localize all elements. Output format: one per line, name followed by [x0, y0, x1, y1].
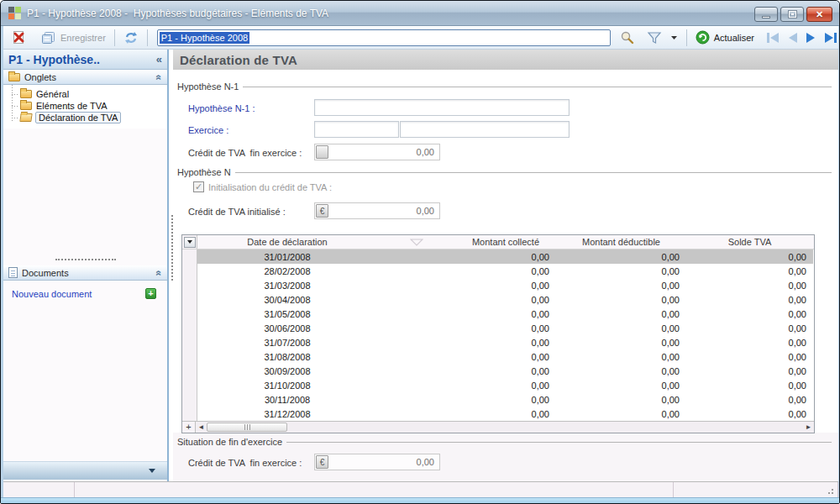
sidebar-item-elements-de-tva[interactable]: Eléments de TVA: [3, 100, 167, 112]
add-document-button[interactable]: +: [145, 288, 156, 299]
filter-dropdown-button[interactable]: [666, 33, 682, 43]
table-row[interactable]: 30/06/20080,000,000,00: [182, 321, 814, 335]
table-row[interactable]: 30/09/20080,000,000,00: [182, 364, 814, 378]
exercice-start-input[interactable]: [314, 121, 399, 138]
table-row[interactable]: 31/05/20080,000,000,00: [182, 307, 814, 321]
cell-amount: 0,00: [556, 335, 686, 349]
cell-amount: 0,00: [686, 392, 813, 407]
save-icon: [41, 31, 56, 45]
euro-button[interactable]: €: [316, 204, 328, 218]
cell-gutter: [377, 392, 455, 407]
cell-gutter: [182, 292, 197, 307]
cell-date: 30/04/2008: [197, 292, 377, 307]
cell-amount: 0,00: [686, 349, 813, 364]
nav-previous-button[interactable]: [786, 32, 799, 44]
credit-tva-init-value: 0,00: [328, 206, 439, 216]
scroll-left-button[interactable]: ◄: [196, 422, 207, 433]
sidebar-splitter-handle[interactable]: [55, 259, 116, 260]
window-title: P1 - Hypothèse 2008 - Hypothèses budgéta…: [27, 8, 328, 19]
cell-gutter: [377, 378, 455, 392]
nav-next-button[interactable]: [805, 32, 817, 44]
scrollbar-thumb[interactable]: [207, 423, 287, 432]
cell-gutter: [377, 307, 455, 321]
resize-grip[interactable]: [826, 486, 834, 495]
column-header-montant-deductible[interactable]: Montant déductible: [556, 235, 686, 249]
quick-search-input[interactable]: P1 - Hypothèse 2008: [157, 29, 611, 46]
column-header-solde-tva[interactable]: Solde TVA: [686, 235, 813, 249]
onglets-tree: Général Eléments de TVA Déclaration de T…: [3, 85, 167, 129]
table-row[interactable]: 31/03/20080,000,000,00: [182, 278, 814, 292]
cell-gutter: [377, 321, 455, 335]
credit-tva-n1-value: 0,00: [328, 147, 439, 157]
cell-date: 31/05/2008: [197, 307, 377, 321]
table-body: 31/01/20080,000,000,0028/02/20080,000,00…: [182, 249, 814, 421]
scrollbar-track[interactable]: [287, 422, 803, 433]
cell-amount: 0,00: [556, 349, 686, 364]
sidebar-item-declaration-de-tva[interactable]: Déclaration de TVA: [3, 112, 167, 123]
column-header-montant-collecte[interactable]: Montant collecté: [455, 235, 556, 249]
filter-button[interactable]: [643, 29, 666, 47]
cell-gutter: [182, 364, 197, 378]
currency-button[interactable]: [316, 145, 328, 159]
cell-date: 31/12/2008: [197, 407, 377, 421]
table-row[interactable]: 31/12/20080,000,000,00: [182, 407, 814, 421]
table-row[interactable]: 31/01/20080,000,000,00: [182, 249, 814, 264]
init-credit-checkbox[interactable]: ✓: [193, 181, 204, 192]
collapse-chevron-icon[interactable]: «: [154, 270, 165, 276]
table-row[interactable]: 28/02/20080,000,000,00: [182, 264, 814, 278]
cell-amount: 0,00: [686, 378, 813, 392]
scroll-right-button[interactable]: ►: [803, 422, 814, 433]
nav-last-button[interactable]: [823, 32, 838, 44]
onglets-group-header[interactable]: Onglets «: [3, 70, 167, 85]
sidebar-bottom-bar[interactable]: [3, 461, 167, 480]
hypothese-n1-input[interactable]: [314, 99, 570, 116]
cell-amount: 0,00: [455, 378, 556, 392]
new-document-link[interactable]: Nouveau document: [12, 289, 92, 299]
table-row[interactable]: 31/08/20080,000,000,00: [182, 349, 814, 364]
sidebar-item-general[interactable]: Général: [3, 88, 167, 100]
table-dropdown-button[interactable]: [184, 237, 196, 248]
table-row[interactable]: 31/10/20080,000,000,00: [182, 378, 814, 392]
minimize-button[interactable]: [754, 7, 778, 22]
maximize-button[interactable]: [780, 7, 804, 22]
close-button[interactable]: ✕: [806, 7, 832, 22]
exercice-end-input[interactable]: [400, 121, 570, 138]
actualiser-button[interactable]: Actualiser: [691, 28, 759, 47]
save-button[interactable]: Enregistrer: [37, 29, 110, 47]
search-icon: [620, 30, 634, 45]
table-row[interactable]: 30/04/20080,000,000,00: [182, 292, 814, 307]
table-row[interactable]: 30/11/20080,000,000,00: [182, 392, 814, 407]
add-row-button[interactable]: +: [182, 422, 196, 433]
nav-first-button[interactable]: [765, 32, 780, 44]
page-title: Déclaration de TVA: [173, 50, 838, 70]
cell-amount: 0,00: [455, 292, 556, 307]
search-button[interactable]: [616, 28, 638, 47]
horizontal-scrollbar: + ◄ ►: [182, 421, 814, 433]
cell-amount: 0,00: [455, 321, 556, 335]
cell-amount: 0,00: [556, 264, 686, 278]
column-header-sort[interactable]: [377, 235, 455, 249]
credit-tva-fin-field: € 0,00: [314, 454, 440, 470]
group-label: Hypothèse N: [177, 167, 231, 177]
save-button-label: Enregistrer: [60, 33, 106, 43]
cell-gutter: [377, 278, 455, 292]
cell-amount: 0,00: [556, 364, 686, 378]
euro-button[interactable]: €: [316, 455, 328, 469]
delete-button[interactable]: [8, 28, 30, 47]
dropdown-arrow-icon: [187, 240, 192, 244]
table-row[interactable]: 31/07/20080,000,000,00: [182, 335, 814, 349]
sidebar-panel-title: P1 - Hypothèse..: [8, 53, 100, 66]
group-label: Situation de fin d'exercice: [177, 437, 282, 447]
status-bar: [3, 481, 838, 497]
column-header-date[interactable]: Date de déclaration: [197, 235, 377, 249]
close-icon: ✕: [816, 10, 823, 19]
collapse-chevron-icon[interactable]: «: [154, 74, 165, 80]
cell-gutter: [182, 407, 197, 421]
panel-collapse-button[interactable]: «: [156, 53, 162, 66]
cell-date: 30/11/2008: [197, 392, 377, 407]
cell-gutter: [182, 307, 197, 321]
onglets-group-label: Onglets: [24, 72, 152, 82]
folder-icon: [8, 73, 20, 81]
documents-group-header[interactable]: Documents «: [3, 265, 167, 281]
refresh-button[interactable]: [119, 29, 143, 47]
